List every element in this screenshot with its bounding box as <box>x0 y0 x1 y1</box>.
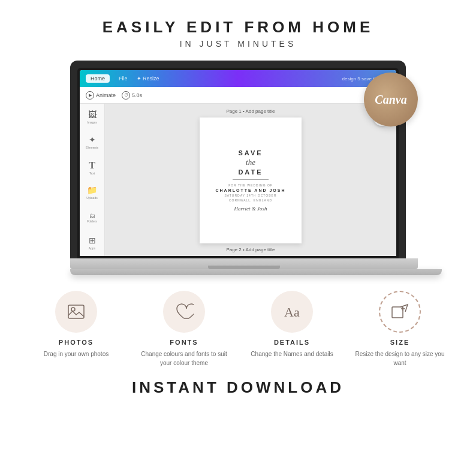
animate-icon: ▶ <box>86 91 94 100</box>
resize-button[interactable]: ✦ Resize <box>137 76 159 82</box>
canva-badge: Canva <box>364 73 418 126</box>
feature-photos: PHOTOS Drag in your own photos <box>31 291 121 367</box>
svg-point-1 <box>71 308 75 311</box>
photos-label: PHOTOS <box>59 339 94 346</box>
card-names: CHARLOTTE AND JOSH <box>215 188 285 192</box>
main-page: EASILY EDIT FROM HOME IN JUST MINUTES Ho… <box>0 0 476 476</box>
sidebar-elements[interactable]: ✦ Elements <box>84 134 101 150</box>
photos-desc: Drag in your own photos <box>44 350 109 358</box>
save-date-card: SAVE the DATE FOR THE WEDDING OF CHARLOT… <box>200 118 302 243</box>
sidebar-folders[interactable]: 🗂 Folders <box>84 209 101 226</box>
laptop-foot <box>70 269 442 275</box>
canva-sidebar: 🖼 Images ✦ Elements T Text <box>80 104 105 256</box>
canva-topbar: Home File ✦ Resize design 5 save the da.… <box>80 70 396 87</box>
screen-bezel: Home File ✦ Resize design 5 save the da.… <box>77 68 399 258</box>
card-date-text: SATURDAY 14TH OCTOBER <box>224 194 276 197</box>
sidebar-uploads[interactable]: 📁 Uploads <box>84 184 101 201</box>
resize-icon <box>390 302 409 321</box>
home-button[interactable]: Home <box>86 74 110 83</box>
screen: Home File ✦ Resize design 5 save the da.… <box>80 70 396 256</box>
sidebar-images[interactable]: 🖼 Images <box>84 109 101 125</box>
size-icon-circle <box>379 291 421 333</box>
image-icon <box>67 302 86 321</box>
feature-fonts: FONTS Change colours and fonts to suit y… <box>139 291 229 367</box>
canva-main-area: 🖼 Images ✦ Elements T Text <box>80 104 396 256</box>
page2-header: Page 2 • Add page title <box>226 247 275 252</box>
svg-rect-0 <box>68 305 84 318</box>
fonts-icon-circle <box>163 291 205 333</box>
card-date: DATE <box>238 168 263 176</box>
bottom-title: INSTANT DOWNLOAD <box>132 378 344 397</box>
card-location: CORNWALL, ENGLAND <box>229 198 272 202</box>
animate-button[interactable]: ▶ Animate <box>86 91 116 100</box>
canva-toolbar: ▶ Animate ⏱ 5.0s <box>80 87 396 104</box>
details-icon-circle: Aa <box>271 291 313 333</box>
features-section: PHOTOS Drag in your own photos FONTS Cha… <box>12 291 464 367</box>
feature-details: Aa DETAILS Change the Names and details <box>247 291 337 367</box>
card-for: FOR THE WEDDING OF <box>228 183 273 187</box>
fonts-label: FONTS <box>170 339 198 346</box>
card-save: SAVE <box>238 149 263 156</box>
photos-icon-circle <box>55 291 97 333</box>
card-signature: Harriet & Josh <box>234 206 267 212</box>
clock-icon: ⏱ <box>122 91 130 100</box>
card-the: the <box>246 158 255 167</box>
laptop-base <box>70 258 418 269</box>
canva-badge-text: Canva <box>375 93 406 107</box>
aa-icon: Aa <box>282 302 302 321</box>
main-title: EASILY EDIT FROM HOME <box>103 18 374 37</box>
details-desc: Change the Names and details <box>251 350 333 358</box>
svg-text:Aa: Aa <box>284 305 300 320</box>
feature-size: SIZE Resize the design to any size you w… <box>355 291 445 367</box>
laptop-body: Home File ✦ Resize design 5 save the da.… <box>70 61 406 258</box>
fonts-desc: Change colours and fonts to suit your co… <box>139 350 229 367</box>
size-label: SIZE <box>390 339 409 346</box>
duration-display: ⏱ 5.0s <box>122 91 142 100</box>
sidebar-apps[interactable]: ⊞ Apps <box>84 234 101 251</box>
page1-header: Page 1 • Add page title <box>226 109 275 114</box>
file-button[interactable]: File <box>119 76 128 82</box>
heart-icon <box>174 302 194 321</box>
size-desc: Resize the design to any size you want <box>355 350 445 367</box>
sidebar-text[interactable]: T Text <box>84 159 101 176</box>
laptop-wrapper: Home File ✦ Resize design 5 save the da.… <box>70 61 406 275</box>
card-divider <box>233 179 269 180</box>
details-label: DETAILS <box>274 339 310 346</box>
canvas-area: Page 1 • Add page title SAVE the DATE FO… <box>105 104 396 256</box>
sub-title: IN JUST MINUTES <box>180 39 297 49</box>
